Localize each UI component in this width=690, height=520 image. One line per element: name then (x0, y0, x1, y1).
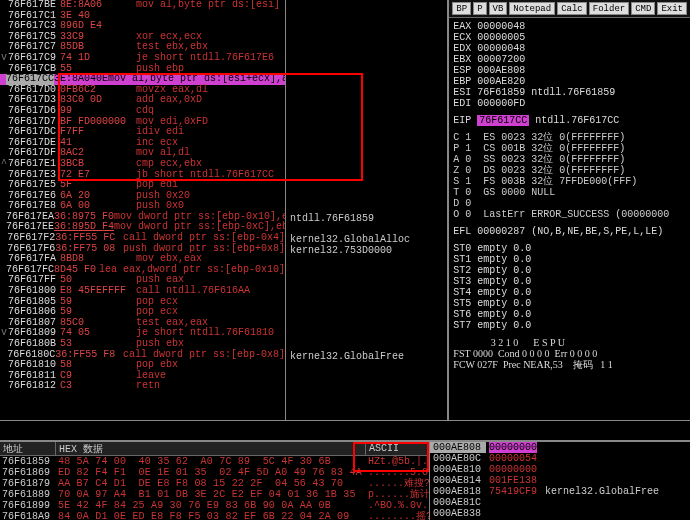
toolbar-p-button[interactable]: P (473, 2, 486, 15)
fpu-line[interactable]: ST1 empty 0.0 (453, 254, 686, 265)
flag-line[interactable]: A 0 SS 0023 32位 0(FFFFFFFF) (453, 154, 686, 165)
toolbar-folder-button[interactable]: Folder (589, 2, 629, 15)
flag-line[interactable]: T 0 GS 0000 NULL (453, 187, 686, 198)
stack-row[interactable]: 000AE80C00000054 (430, 453, 690, 464)
toolbar: BPPVBNotepadCalcFolderCMDExit (449, 0, 690, 18)
reg-edx[interactable]: EDX 00000048 (453, 43, 686, 54)
fpu-line[interactable]: ST3 empty 0.0 (453, 276, 686, 287)
hex-dump-pane[interactable]: 地址 HEX 数据 ASCII 76F6185948 5A 74 00 40 3… (0, 442, 430, 520)
stack-row[interactable]: 000AE81875419CF9kernel32.GlobalFree (430, 486, 690, 497)
dump-col-hex: HEX 数据 (56, 442, 366, 456)
disasm-comment: ntdll.76F61859 (290, 213, 374, 224)
dump-row[interactable]: 76F61879AA B7 C4 D1 DE E8 F8 08 15 22 2F… (0, 478, 429, 489)
stack-row[interactable]: 000AE838 (430, 508, 690, 519)
fpu-line[interactable]: ST7 empty 0.0 (453, 320, 686, 331)
stack-row[interactable]: 000AE80800000000 (430, 442, 690, 453)
toolbar-vb-button[interactable]: VB (489, 2, 508, 15)
reg-ebp[interactable]: EBP 000AE820 (453, 76, 686, 87)
toolbar-exit-button[interactable]: Exit (657, 2, 687, 15)
fpu-line[interactable]: ST5 empty 0.0 (453, 298, 686, 309)
dump-row[interactable]: 76F618A984 0A D1 0E ED E8 F8 F5 03 82 EF… (0, 511, 429, 520)
fpu-line[interactable]: ST0 empty 0.0 (453, 243, 686, 254)
reg-ecx[interactable]: ECX 00000005 (453, 32, 686, 43)
disasm-comment: kernel32.753D0000 (290, 245, 392, 256)
dump-row[interactable]: 76F6185948 5A 74 00 40 35 62 A0 7C 89 5C… (0, 456, 429, 467)
fpu-status-line: FCW 027F Prec NEAR,53 掩码 1 1 (453, 359, 686, 370)
toolbar-calc-button[interactable]: Calc (557, 2, 587, 15)
fpu-status-line: 3 2 1 0 E S P U (453, 337, 686, 348)
stack-pane[interactable]: 000AE80800000000000AE80C00000054000AE810… (430, 442, 690, 520)
dump-col-addr: 地址 (0, 442, 56, 456)
reg-esi[interactable]: ESI 76F61859 ntdll.76F61859 (453, 87, 686, 98)
efl-line[interactable]: EFL 00000287 (NO,B,NE,BE,S,PE,L,LE) (453, 226, 686, 237)
toolbar-notepad-button[interactable]: Notepad (509, 2, 555, 15)
dump-header: 地址 HEX 数据 ASCII (0, 442, 429, 456)
disasm-row[interactable]: v76F617C974 1Dje short ntdll.76F617E6 (0, 53, 285, 64)
stack-row[interactable]: 000AE81C (430, 497, 690, 508)
fpu-line[interactable]: ST6 empty 0.0 (453, 309, 686, 320)
registers-pane[interactable]: BPPVBNotepadCalcFolderCMDExit EAX 000000… (448, 0, 690, 435)
dump-row[interactable]: 76F618995E 42 4F 84 25 A9 30 76 E9 83 6B… (0, 500, 429, 511)
flag-line[interactable]: Z 0 DS 0023 32位 0(FFFFFFFF) (453, 165, 686, 176)
reg-ebx[interactable]: EBX 00007200 (453, 54, 686, 65)
flag-line[interactable]: O 0 LastErr ERROR_SUCCESS (00000000 (453, 209, 686, 220)
flag-line[interactable]: D 0 (453, 198, 686, 209)
disasm-row[interactable]: 76F617BE8E:8A06mov al,byte ptr ds:[esi] (0, 0, 285, 11)
disasm-comment: kernel32.GlobalAlloc (290, 234, 410, 245)
fpu-status-line: FST 0000 Cond 0 0 0 0 Err 0 0 0 0 (453, 348, 686, 359)
dump-col-ascii: ASCII (366, 443, 429, 454)
flag-line[interactable]: C 1 ES 0023 32位 0(FFFFFFFF) (453, 132, 686, 143)
fpu-line[interactable]: ST2 empty 0.0 (453, 265, 686, 276)
disasm-row[interactable]: 76F6180B53push ebx (0, 339, 285, 350)
flag-line[interactable]: S 1 FS 003B 32位 7FFDE000(FFF) (453, 176, 686, 187)
stack-row[interactable]: 000AE81000000000 (430, 464, 690, 475)
disasm-row[interactable]: 76F617D699cdq (0, 106, 285, 117)
flag-line[interactable]: P 1 CS 001B 32位 0(FFFFFFFF) (453, 143, 686, 154)
reg-edi[interactable]: EDI 000000FD (453, 98, 686, 109)
disasm-row[interactable]: ^76F617E13BCBcmp ecx,ebx (0, 159, 285, 170)
comments-pane[interactable]: ntdll.76F61859kernel32.GlobalAllockernel… (286, 0, 448, 435)
dump-row[interactable]: 76F61869ED 82 F4 F1 0E 1E 01 35 02 4F 5D… (0, 467, 429, 478)
reg-eax[interactable]: EAX 00000048 (453, 21, 686, 32)
dump-row[interactable]: 76F6188970 0A 97 A4 B1 01 DB 3E 2C E2 EF… (0, 489, 429, 500)
disassembly-pane[interactable]: 76F617BE8E:8A06mov al,byte ptr ds:[esi] … (0, 0, 286, 435)
stack-row[interactable]: 000AE814001FE138 (430, 475, 690, 486)
reg-esp[interactable]: ESP 000AE808 (453, 65, 686, 76)
toolbar-bp-button[interactable]: BP (452, 2, 471, 15)
reg-eip[interactable]: EIP 76F617CC ntdll.76F617CC (453, 115, 686, 126)
disasm-row[interactable]: 76F61812C3retn (0, 381, 285, 392)
fpu-line[interactable]: ST4 empty 0.0 (453, 287, 686, 298)
disasm-comment: kernel32.GlobalFree (290, 351, 404, 362)
toolbar-cmd-button[interactable]: CMD (631, 2, 655, 15)
